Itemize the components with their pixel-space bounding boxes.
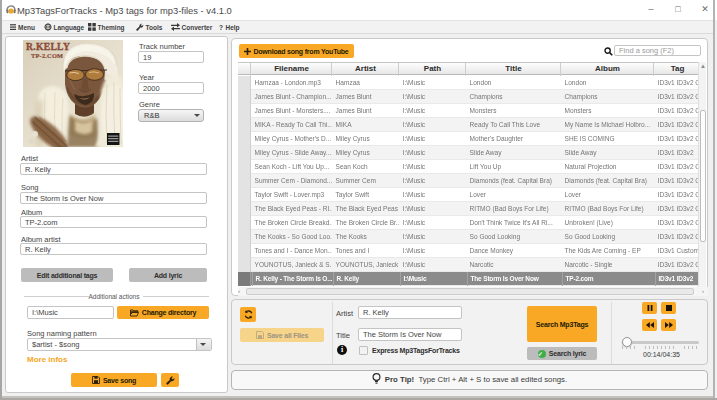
svg-text:TP-2.COM: TP-2.COM (31, 52, 63, 59)
svg-text:R.KELLY: R.KELLY (26, 41, 70, 52)
